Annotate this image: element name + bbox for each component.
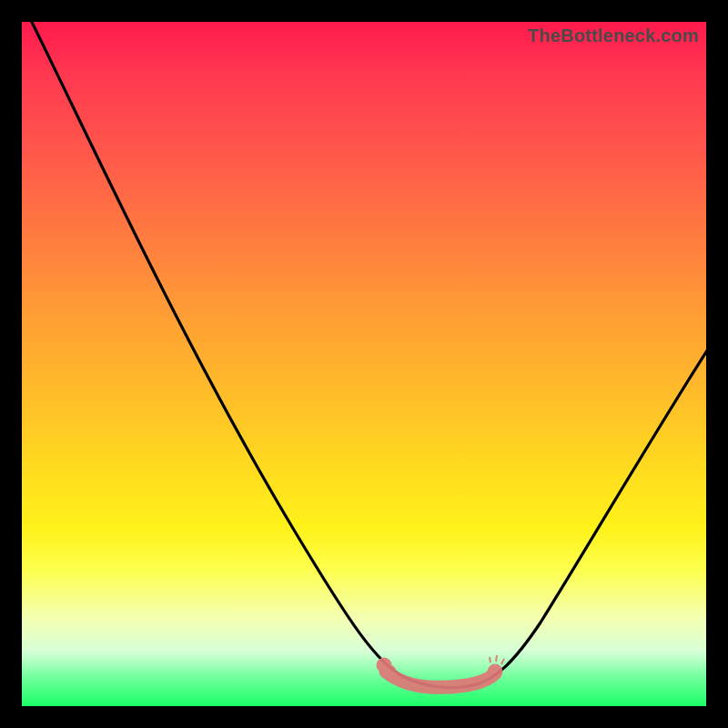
flat-highlight-path	[377, 655, 504, 687]
svg-line-4	[501, 659, 504, 664]
bottleneck-curve-path	[27, 22, 706, 688]
curve-layer	[22, 22, 706, 706]
svg-line-5	[490, 657, 490, 662]
plot-area: TheBottleneck.com	[22, 22, 706, 706]
svg-line-3	[496, 655, 497, 662]
svg-point-2	[488, 664, 502, 679]
chart-frame: TheBottleneck.com	[0, 0, 728, 728]
